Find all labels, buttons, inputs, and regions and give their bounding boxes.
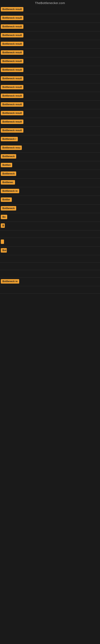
result-row-29: Bot — [0, 246, 100, 255]
bottleneck-badge-10[interactable]: Bottleneck result — [1, 85, 23, 89]
result-row-1: Bottleneck result — [0, 6, 100, 14]
result-row-23: Bottler — [0, 196, 100, 204]
result-row-31 — [0, 263, 100, 270]
bottleneck-badge-28[interactable] — [1, 240, 4, 244]
result-row-11: Bottleneck result — [0, 92, 100, 100]
result-row-30 — [0, 255, 100, 262]
bottleneck-badge-11[interactable]: Bottleneck result — [1, 94, 23, 98]
bottleneck-badge-29[interactable]: Bot — [1, 248, 7, 252]
bottleneck-badge-25[interactable]: Bo — [1, 215, 7, 219]
result-row-26: B — [0, 222, 100, 230]
bottleneck-badge-9[interactable]: Bottleneck result — [1, 76, 23, 81]
result-row-19: Bottlen — [0, 161, 100, 170]
result-row-7: Bottleneck result — [0, 57, 100, 66]
page-container: TheBottlenecker.com Bottleneck result Bo… — [0, 0, 100, 644]
result-row-22: Bottleneck re — [0, 187, 100, 196]
result-row-18: Bottleneck — [0, 152, 100, 161]
bottleneck-badge-20[interactable]: Bottleneck — [1, 172, 16, 176]
result-row-13: Bottleneck result — [0, 109, 100, 118]
bottleneck-badge-19[interactable]: Bottlen — [1, 163, 12, 167]
site-title: TheBottlenecker.com — [0, 0, 100, 6]
result-row-16: Bottleneck r — [0, 135, 100, 144]
result-row-15: Bottleneck result — [0, 126, 100, 135]
result-row-21: Bottlenec — [0, 178, 100, 187]
result-row-10: Bottleneck result — [0, 83, 100, 92]
result-row-34 — [0, 286, 100, 294]
bottleneck-badge-18[interactable]: Bottleneck — [1, 154, 16, 158]
bottleneck-badge-7[interactable]: Bottleneck result — [1, 59, 23, 64]
result-row-35 — [0, 294, 100, 301]
bottleneck-badge-1[interactable]: Bottleneck result — [1, 7, 23, 12]
result-row-3: Bottleneck result — [0, 23, 100, 31]
result-row-25: Bo — [0, 213, 100, 222]
bottleneck-badge-4[interactable]: Bottleneck result — [1, 33, 23, 38]
result-row-4: Bottleneck result — [0, 32, 100, 40]
bottleneck-badge-13[interactable]: Bottleneck result — [1, 111, 23, 115]
result-row-32 — [0, 270, 100, 277]
result-row-24: Bottleneck — [0, 204, 100, 213]
result-row-9: Bottleneck result — [0, 75, 100, 83]
result-row-8: Bottleneck result — [0, 66, 100, 74]
result-row-33: Bottleneck re — [0, 278, 100, 286]
bottleneck-badge-26[interactable]: B — [1, 224, 5, 228]
bottleneck-badge-24[interactable]: Bottleneck — [1, 206, 16, 210]
bottleneck-badge-14[interactable]: Bottleneck result — [1, 120, 23, 124]
bottleneck-badge-5[interactable]: Bottleneck result — [1, 42, 23, 46]
bottleneck-badge-21[interactable]: Bottlenec — [1, 180, 15, 184]
bottleneck-badge-12[interactable]: Bottleneck result — [1, 102, 23, 107]
result-row-6: Bottleneck result — [0, 49, 100, 57]
result-row-2: Bottleneck result — [0, 14, 100, 22]
bottleneck-badge-6[interactable]: Bottleneck result — [1, 50, 23, 55]
result-row-12: Bottleneck result — [0, 100, 100, 109]
bottleneck-badge-8[interactable]: Bottleneck result — [1, 68, 23, 72]
result-row-20: Bottleneck — [0, 170, 100, 178]
bottleneck-badge-23[interactable]: Bottler — [1, 198, 12, 202]
result-row-27 — [0, 230, 100, 238]
bottleneck-badge-33[interactable]: Bottleneck re — [1, 279, 19, 284]
bottleneck-badge-17[interactable]: Bottleneck resu — [1, 146, 22, 150]
bottleneck-badge-22[interactable]: Bottleneck re — [1, 189, 19, 193]
result-row-14: Bottleneck result — [0, 118, 100, 126]
result-row-17: Bottleneck resu — [0, 144, 100, 152]
bottleneck-badge-16[interactable]: Bottleneck r — [1, 137, 18, 141]
bottleneck-badge-2[interactable]: Bottleneck result — [1, 16, 23, 20]
bottleneck-badge-3[interactable]: Bottleneck result — [1, 24, 23, 29]
bottleneck-badge-15[interactable]: Bottleneck result — [1, 128, 23, 132]
result-row-28 — [0, 238, 100, 246]
result-row-5: Bottleneck result — [0, 40, 100, 48]
